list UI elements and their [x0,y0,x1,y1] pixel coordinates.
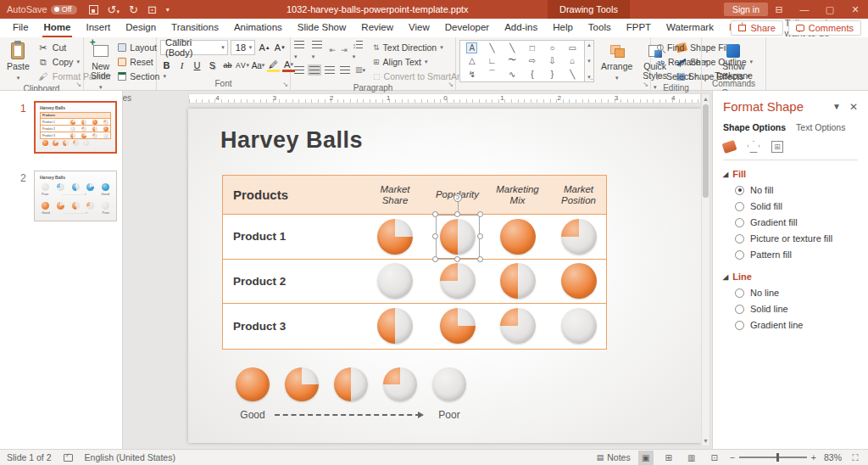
line-spacing-button[interactable]: ↕▾ [353,40,365,60]
strikethrough-button[interactable]: ab [221,59,234,72]
slide-title[interactable]: Harvey Balls [220,127,363,154]
harvey-ball-100[interactable] [102,183,109,191]
notes-button[interactable]: ▤Notes [597,452,631,462]
decrease-indent-button[interactable]: ⇤ [330,46,337,54]
selection-handle[interactable] [454,256,460,262]
harvey-ball-100[interactable] [236,367,270,401]
harvey-ball-75[interactable] [377,219,413,255]
numbering-button[interactable]: ▾ [312,40,325,60]
zoom-slider[interactable]: − + [730,452,816,462]
shape-curve-icon[interactable]: ∿ [509,70,515,79]
selection-handle[interactable] [477,211,483,217]
scroll-up-icon[interactable]: ▲ [703,96,709,102]
slide-counter[interactable]: Slide 1 of 2 [7,452,52,462]
show-taskpane-button[interactable]: ShowTaskpane [711,40,756,82]
shape-scribble-icon[interactable]: ↯ [469,70,476,79]
align-right-button[interactable] [325,66,335,74]
radio-icon[interactable] [735,234,744,244]
gallery-more-icon[interactable]: ▼̲ [587,75,592,80]
harvey-ball-50[interactable] [70,133,75,138]
tab-developer[interactable]: Developer [437,19,497,37]
grow-font-button[interactable]: A▲ [258,41,270,54]
scroll-down-icon[interactable]: ▼ [703,438,709,444]
font-dialog-launcher-icon[interactable]: ↘ [282,81,288,88]
tab-file[interactable]: File [5,19,36,37]
shapes-gallery[interactable]: A ╲ ╲ □ ○ ▭ △ ∟ 〜 ⇨ ⇩ ⌂ ↯ ⌒ ∿ { } [459,40,585,82]
font-size-combo[interactable]: 18▾ [231,40,256,55]
text-shadow-button[interactable]: S [206,59,219,72]
harvey-ball-25[interactable] [57,183,64,191]
new-slide-button[interactable]: NewSlide ▾ [87,40,114,93]
maximize-icon[interactable]: ▢ [817,0,843,19]
save-icon[interactable] [89,5,98,14]
redo-icon[interactable]: ↻ [129,3,138,16]
arrange-button[interactable]: Arrange▾ [598,40,636,93]
fill-line-category-icon[interactable] [722,140,737,154]
align-center-button[interactable] [309,66,320,74]
underline-button[interactable]: U [191,59,203,72]
harvey-balls-legend[interactable]: GoodPoor [236,367,466,421]
autosave-toggle[interactable]: AutoSave Off [7,4,77,14]
harvey-ball-50[interactable] [92,126,97,132]
paste-button[interactable]: Paste▾ [3,40,33,84]
gallery-down-icon[interactable]: ▼ [587,59,592,64]
highlight-color-button[interactable]: 🖉 [267,59,280,72]
harvey-ball-75[interactable] [86,183,94,191]
scrollbar-thumb[interactable] [703,104,709,198]
harvey-ball-25[interactable] [561,219,597,255]
harvey-ball-25[interactable] [86,202,94,210]
harvey-ball-100[interactable] [42,140,48,146]
language-indicator[interactable]: English (United States) [85,452,175,462]
size-properties-category-icon[interactable]: ⊞ [771,141,783,153]
increase-indent-button[interactable]: ⇥ [341,46,348,54]
harvey-ball-100[interactable] [500,219,536,255]
italic-button[interactable]: I [175,59,188,72]
harvey-ball-50[interactable] [63,140,69,146]
character-spacing-button[interactable]: AV▾ [236,59,249,72]
undo-icon[interactable]: ↺▾ [108,3,120,16]
fill-option-gradient-fill[interactable]: Gradient fill [735,217,858,227]
ribbon-display-options-icon[interactable]: ⊟ [766,0,792,19]
tab-fppt[interactable]: FPPT [619,19,659,37]
spell-check-icon[interactable] [64,454,73,462]
selection-handle[interactable] [432,256,438,262]
harvey-ball-0[interactable] [102,202,109,210]
change-case-button[interactable]: Aa▾ [252,59,264,72]
minimize-icon[interactable]: — [792,0,817,19]
radio-icon[interactable] [735,250,744,260]
zoom-slider-thumb[interactable] [776,453,780,462]
harvey-ball-100[interactable] [92,120,97,125]
harvey-ball-0[interactable] [432,367,466,401]
sign-in-button[interactable]: Sign in [724,3,768,16]
harvey-ball-100[interactable] [42,202,49,210]
shape-brace-left-icon[interactable]: { [531,70,533,79]
fill-option-solid-fill[interactable]: Solid fill [735,201,858,211]
slideshow-view-button[interactable]: ⊡ [707,451,722,465]
shrink-font-button[interactable]: A▼ [274,41,287,54]
harvey-ball-75[interactable] [57,202,64,210]
harvey-ball-25[interactable] [81,126,86,132]
harvey-ball-25[interactable] [500,308,536,344]
shape-triangle-icon[interactable]: △ [469,56,476,65]
radio-icon[interactable] [735,321,744,330]
shape-arrow-down-icon[interactable]: ⇩ [548,56,555,65]
shape-arrow-right-icon[interactable]: ⇨ [529,56,536,65]
tab-transitions[interactable]: Transitions [164,19,226,37]
tab-home[interactable]: Home [36,19,79,37]
radio-icon[interactable] [735,186,744,195]
selection-handle[interactable] [432,233,438,239]
zoom-level[interactable]: 83% [824,452,842,462]
tab-help[interactable]: Help [545,19,581,37]
bold-button[interactable]: B [160,59,173,72]
harvey-ball-50[interactable] [72,183,80,191]
harvey-ball-25[interactable] [383,367,417,401]
comments-button[interactable]: Comments [788,20,861,36]
justify-button[interactable] [340,66,350,74]
shape-oval-icon[interactable]: ○ [549,43,554,53]
normal-view-button[interactable]: ▣ [638,451,654,465]
share-button[interactable]: Share [731,20,782,36]
slide-canvas[interactable]: Harvey Balls ProductsMarketSharePopulari… [188,109,701,443]
close-icon[interactable]: ✕ [843,0,868,19]
harvey-ball-25[interactable] [92,133,97,138]
reading-view-button[interactable]: ▥ [684,451,699,465]
